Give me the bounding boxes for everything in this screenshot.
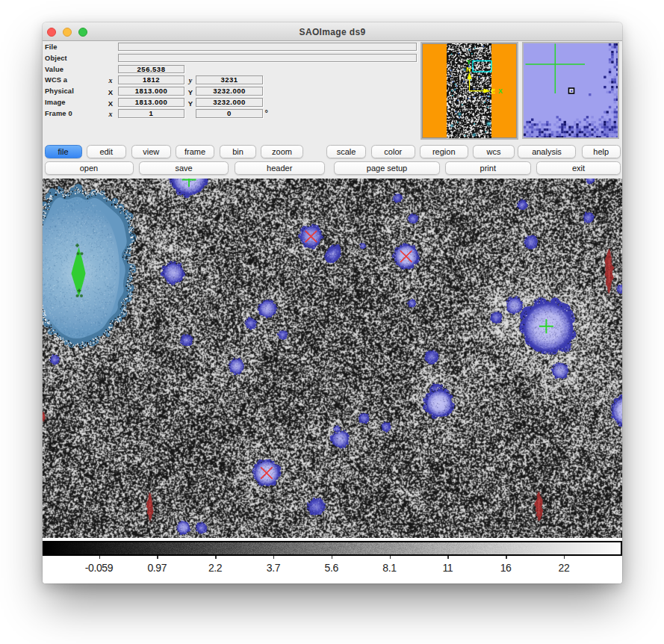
svg-text:E: E [491,87,496,95]
svg-text:N: N [466,66,471,73]
svg-text:X: X [499,87,503,95]
svg-text:Y: Y [467,58,471,66]
